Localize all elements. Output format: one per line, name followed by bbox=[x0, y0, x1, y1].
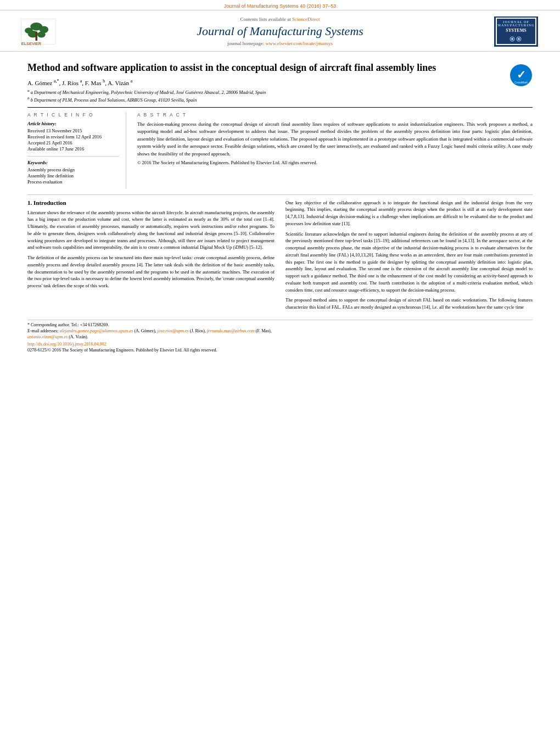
email-mas[interactable]: fernando.mas@airbus.com bbox=[207, 328, 255, 333]
article-info-left: A R T I C L E I N F O Article history: R… bbox=[27, 112, 126, 189]
right-para-1: One key objective of the collaborative a… bbox=[285, 199, 533, 227]
doi-line[interactable]: http://dx.doi.org/10.1016/j.jmsy.2016.04… bbox=[27, 342, 533, 347]
article-authors: A. Gómez a,*, J. Ríos a, F. Mas b, A. Vi… bbox=[27, 79, 504, 86]
homepage-link[interactable]: www.elsevier.com/locate/jmansys bbox=[266, 41, 333, 46]
svg-text:ELSEVIER: ELSEVIER bbox=[21, 41, 42, 46]
revised-date: Received in revised form 12 April 2016 bbox=[27, 134, 119, 140]
jms-logo-container: JOURNAL OF MANUFACTURING SYSTEMS bbox=[483, 15, 549, 48]
footnote-section: * Corresponding author. Tel.: +34 617268… bbox=[27, 320, 533, 353]
keyword-1: Assembly process design bbox=[27, 167, 119, 172]
keyword-2: Assembly line definition bbox=[27, 173, 119, 178]
received-date: Received 13 November 2015 bbox=[27, 128, 119, 133]
right-para-2: Scientific literature acknowledges the n… bbox=[285, 231, 533, 294]
issn-line: 0278-6125/© 2016 The Society of Manufact… bbox=[27, 348, 533, 353]
col-right: One key objective of the collaborative a… bbox=[285, 199, 533, 314]
keywords-group: Keywords: Assembly process design Assemb… bbox=[27, 160, 119, 185]
keywords-label: Keywords: bbox=[27, 160, 119, 165]
abstract-text: The decision-making process during the c… bbox=[137, 121, 533, 158]
footnote-vizan: antonio.vizan@upm.es (A. Vizán). bbox=[27, 334, 533, 339]
history-group: Article history: Received 13 November 20… bbox=[27, 121, 119, 152]
svg-rect-6 bbox=[35, 31, 37, 41]
footnote-star: * Corresponding author. Tel.: +34 617268… bbox=[27, 322, 533, 327]
main-content: Method and software application to assis… bbox=[0, 52, 560, 358]
article-title-section: Method and software application to assis… bbox=[27, 62, 533, 108]
history-label: Article history: bbox=[27, 121, 119, 126]
email-rios[interactable]: jose.rios@upm.es bbox=[158, 328, 189, 333]
elsevier-logo-container: ELSEVIER bbox=[11, 15, 77, 48]
abstract-copyright: © 2016 The Society of Manufacturing Engi… bbox=[137, 160, 533, 165]
header-center: Contents lists available at ScienceDirec… bbox=[77, 16, 483, 46]
intro-para-2: The definition of the assembly process c… bbox=[27, 254, 275, 289]
svg-point-5 bbox=[37, 31, 46, 37]
jms-logo: JOURNAL OF MANUFACTURING SYSTEMS bbox=[494, 16, 538, 47]
svg-point-11 bbox=[518, 38, 520, 40]
svg-text:CrossMark: CrossMark bbox=[514, 81, 528, 84]
col-left: 1. Introduction Literature shows the rel… bbox=[27, 199, 275, 314]
article-info-right: A B S T R A C T The decision-making proc… bbox=[137, 112, 533, 189]
email-vizan[interactable]: antonio.vizan@upm.es bbox=[27, 334, 68, 339]
journal-title: Journal of Manufacturing Systems bbox=[77, 24, 483, 38]
keyword-3: Process evaluation bbox=[27, 179, 119, 185]
abstract-label: A B S T R A C T bbox=[137, 112, 533, 118]
journal-citation: Journal of Manufacturing Systems 40 (201… bbox=[224, 3, 337, 9]
svg-point-9 bbox=[511, 38, 513, 40]
svg-text:✓: ✓ bbox=[517, 69, 526, 81]
available-date: Available online 17 June 2016 bbox=[27, 146, 119, 152]
article-info-section: A R T I C L E I N F O Article history: R… bbox=[27, 112, 533, 189]
right-para-3: The proposed method aims to support the … bbox=[285, 297, 533, 311]
affiliation-b: b b Department of PLM, Process and Tool … bbox=[27, 96, 504, 103]
article-title-text: Method and software application to assis… bbox=[27, 62, 509, 104]
elsevier-logo: ELSEVIER bbox=[16, 16, 71, 47]
crossmark-icon: ✓ CrossMark bbox=[509, 64, 533, 87]
info-divider bbox=[27, 156, 119, 157]
intro-para-1: Literature shows the relevance of the as… bbox=[27, 209, 275, 252]
homepage-line: journal homepage: www.elsevier.com/locat… bbox=[77, 41, 483, 46]
page: Journal of Manufacturing Systems 40 (201… bbox=[0, 0, 560, 742]
journal-top-bar: Journal of Manufacturing Systems 40 (201… bbox=[0, 0, 560, 10]
accepted-date: Accepted 21 April 2016 bbox=[27, 140, 119, 146]
crossmark-logo: ✓ CrossMark bbox=[509, 64, 533, 88]
affiliation-a: a a Department of Mechanical Engineering… bbox=[27, 88, 504, 95]
contents-line: Contents lists available at ScienceDirec… bbox=[77, 16, 483, 22]
section-1-title: 1. Introduction bbox=[27, 199, 275, 206]
keywords-list: Assembly process design Assembly line de… bbox=[27, 167, 119, 185]
email-gomez[interactable]: alejandro.gomez.page@alumnos.upum.es bbox=[60, 328, 133, 333]
article-main-title: Method and software application to assis… bbox=[27, 62, 504, 74]
sciencedirect-link[interactable]: ScienceDirect bbox=[292, 16, 320, 22]
footnote-emails: E-mail addresses: alejandro.gomez.page@a… bbox=[27, 328, 533, 333]
header-area: ELSEVIER Contents lists available at Sci… bbox=[0, 10, 560, 52]
article-info-label: A R T I C L E I N F O bbox=[27, 112, 119, 118]
two-col-body: 1. Introduction Literature shows the rel… bbox=[27, 199, 533, 314]
main-divider bbox=[27, 194, 533, 195]
